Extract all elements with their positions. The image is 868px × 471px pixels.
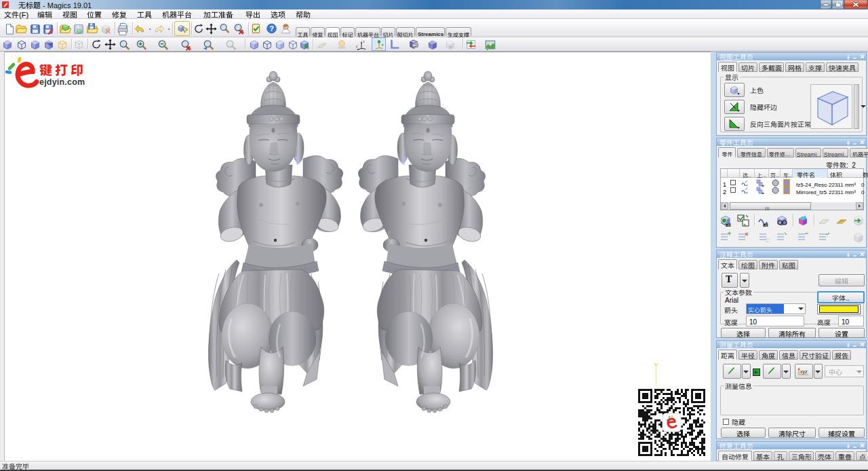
svg-text:all: all [763,223,768,227]
svg-text:all: all [726,223,731,227]
svg-text:xyz: xyz [800,369,808,375]
